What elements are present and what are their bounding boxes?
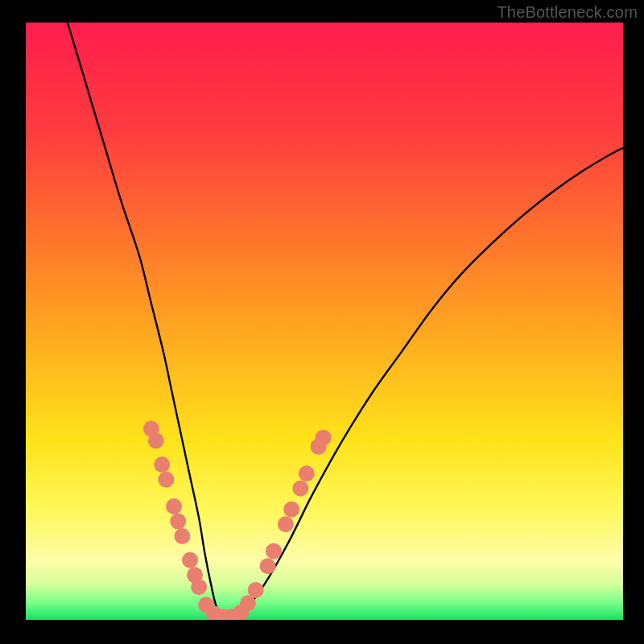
marker-dot xyxy=(292,481,308,497)
plot-svg xyxy=(26,23,623,620)
marker-dot xyxy=(191,579,207,595)
watermark-text: TheBottleneck.com xyxy=(497,3,638,22)
marker-dot xyxy=(248,582,264,598)
marker-dot xyxy=(316,430,332,446)
gradient-background xyxy=(26,23,623,620)
marker-dot xyxy=(158,472,174,488)
marker-dot xyxy=(299,465,315,481)
marker-dot xyxy=(174,528,190,544)
marker-dot xyxy=(154,456,170,473)
marker-dot xyxy=(148,432,164,448)
chart-stage: TheBottleneck.com xyxy=(0,0,644,644)
marker-dot xyxy=(260,558,276,574)
marker-dot xyxy=(182,552,198,568)
plot-frame xyxy=(26,23,623,620)
marker-dot xyxy=(170,514,186,530)
marker-dot xyxy=(283,502,299,518)
marker-dot xyxy=(278,516,294,532)
marker-dot xyxy=(266,543,282,559)
marker-dot xyxy=(166,498,182,514)
